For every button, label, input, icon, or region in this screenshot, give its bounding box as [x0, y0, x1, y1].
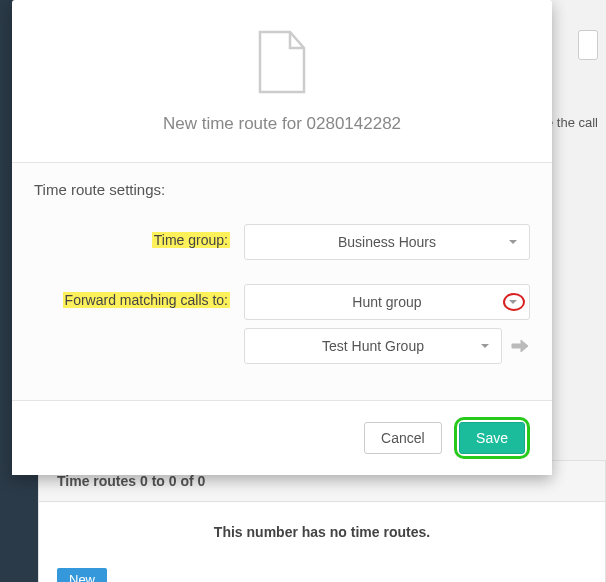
- go-to-target-button[interactable]: [510, 336, 530, 356]
- time-group-value: Business Hours: [338, 234, 436, 250]
- chevron-down-icon: [481, 344, 489, 348]
- cancel-button[interactable]: Cancel: [364, 422, 442, 454]
- modal-footer: Cancel Save: [12, 400, 552, 475]
- forward-type-value: Hunt group: [352, 294, 421, 310]
- document-icon: [254, 30, 310, 100]
- forward-target-value: Test Hunt Group: [322, 338, 424, 354]
- bg-dropdown-partial[interactable]: [578, 30, 598, 60]
- time-routes-empty-message: This number has no time routes.: [39, 502, 605, 562]
- modal-header: New time route for 0280142282: [12, 0, 552, 162]
- section-heading: Time route settings:: [34, 181, 530, 198]
- chevron-down-icon: [509, 240, 517, 244]
- modal-body: Time route settings: Time group: Busines…: [12, 162, 552, 400]
- save-button[interactable]: Save: [459, 422, 525, 454]
- forward-type-select[interactable]: Hunt group: [244, 284, 530, 320]
- time-group-select[interactable]: Business Hours: [244, 224, 530, 260]
- time-group-row: Time group: Business Hours: [34, 224, 530, 260]
- chevron-down-icon: [509, 300, 517, 304]
- time-group-label-col: Time group:: [34, 224, 244, 248]
- annotation-save-highlight: Save: [454, 417, 530, 459]
- time-group-label: Time group:: [152, 232, 230, 248]
- forward-label-col: Forward matching calls to:: [34, 284, 244, 308]
- forward-target-select[interactable]: Test Hunt Group: [244, 328, 502, 364]
- new-time-route-modal: New time route for 0280142282 Time route…: [12, 0, 552, 475]
- arrow-right-icon: [511, 339, 529, 353]
- time-routes-card: Time routes 0 to 0 of 0 This number has …: [38, 460, 606, 582]
- forward-row: Forward matching calls to: Hunt group Te…: [34, 284, 530, 364]
- forward-label: Forward matching calls to:: [63, 292, 230, 308]
- new-time-route-button[interactable]: New: [57, 568, 107, 582]
- modal-title: New time route for 0280142282: [32, 114, 532, 134]
